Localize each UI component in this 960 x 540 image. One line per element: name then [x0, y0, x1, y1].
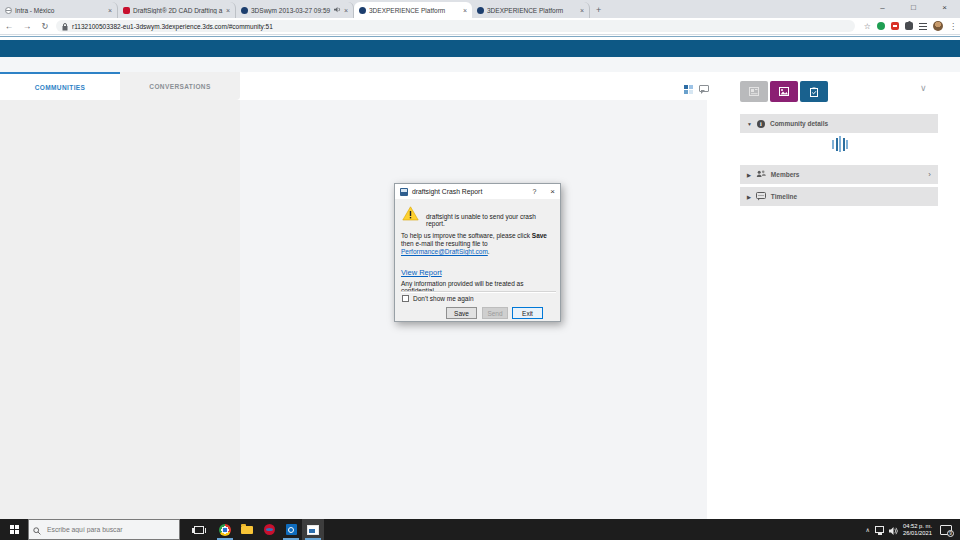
taskbar-explorer-icon[interactable] — [236, 519, 258, 540]
3ds-favicon — [359, 7, 366, 14]
new-tab-button[interactable]: + — [596, 5, 601, 15]
warning-icon — [402, 206, 419, 222]
tab-close-icon[interactable]: × — [108, 7, 112, 14]
3ds-favicon — [477, 7, 484, 14]
chat-bubble-icon[interactable] — [699, 85, 709, 92]
dialog-close-button[interactable]: × — [550, 187, 555, 196]
info-icon: i — [757, 120, 765, 128]
system-tray: ∧ 04:52 p. m. 26/01/2021 9 — [866, 521, 960, 539]
news-icon — [749, 87, 759, 96]
content-button[interactable] — [740, 81, 768, 102]
extensions-puzzle-icon[interactable] — [905, 22, 913, 30]
checkbox-label: Don't show me again — [413, 295, 474, 302]
globe-favicon — [5, 7, 12, 14]
dialog-separator — [401, 291, 556, 293]
tab-close-icon[interactable]: × — [344, 7, 348, 14]
taskbar-chrome-icon[interactable] — [214, 519, 236, 540]
dialog-title-bar[interactable]: draftsight Crash Report ? × — [395, 184, 560, 199]
help-button[interactable]: ? — [532, 188, 536, 195]
dont-show-again[interactable]: Don't show me again — [402, 295, 474, 302]
layout-grid-icon[interactable] — [684, 85, 693, 94]
3ds-favicon — [241, 7, 248, 14]
taskbar-crash-report-icon[interactable] — [302, 519, 324, 540]
clock-time: 04:52 p. m. — [903, 523, 932, 530]
loading-indicator — [832, 136, 848, 152]
tab-close-icon[interactable]: × — [226, 7, 230, 14]
taskbar-search[interactable] — [28, 519, 180, 540]
start-button[interactable] — [0, 519, 28, 540]
lock-icon — [62, 17, 68, 35]
members-chevron-right-icon[interactable]: › — [928, 170, 931, 179]
tab-close-icon[interactable]: × — [463, 7, 467, 14]
network-icon[interactable] — [875, 526, 884, 533]
dialog-message: draftsight is unable to send your crash … — [426, 213, 556, 227]
panel-community-details[interactable]: ▼ i Community details — [740, 114, 938, 133]
address-bar[interactable]: r1132100503382-eu1-3dswym.3dexperience.3… — [56, 20, 855, 32]
notification-center-icon[interactable]: 9 — [940, 525, 952, 535]
browser-toolbar: ← → ↻ r1132100503382-eu1-3dswym.3dexperi… — [0, 18, 960, 35]
dont-show-checkbox[interactable] — [402, 295, 409, 302]
notification-badge: 9 — [947, 530, 954, 537]
browser-tab-3dexperience-active[interactable]: 3DEXPERIENCE Platform × — [354, 2, 472, 18]
close-button[interactable]: × — [929, 0, 960, 18]
task-view-icon[interactable] — [194, 526, 204, 534]
taskbar-clock[interactable]: 04:52 p. m. 26/01/2021 — [903, 523, 932, 536]
maximize-button[interactable]: □ — [898, 0, 929, 18]
media-button[interactable] — [770, 81, 798, 102]
panel-members[interactable]: ▶ Members › — [740, 165, 938, 184]
profile-avatar[interactable] — [933, 21, 943, 31]
browser-tab-3dexperience[interactable]: 3DEXPERIENCE Platform × — [472, 2, 590, 18]
browser-menu-dots-icon[interactable]: ⋮ — [949, 22, 957, 31]
browser-tab-3dswym-media[interactable]: 3DSwym 2013-03-27 09:59 × — [236, 2, 354, 18]
tab-close-icon[interactable]: × — [580, 7, 584, 14]
volume-icon[interactable] — [889, 521, 898, 539]
body-text-end: . — [488, 248, 490, 255]
tab-title: 3DSwym 2013-03-27 09:59 — [251, 7, 331, 14]
clock-date: 26/01/2021 — [903, 530, 932, 537]
crash-report-dialog: draftsight Crash Report ? × draftsight i… — [394, 183, 561, 322]
tab-title: 3DEXPERIENCE Platform — [369, 7, 460, 14]
exit-button[interactable]: Exit — [512, 307, 543, 319]
tray-chevron-up-icon[interactable]: ∧ — [866, 526, 870, 533]
window-controls: – □ × — [867, 0, 960, 18]
triangle-expanded-icon[interactable]: ▼ — [747, 121, 752, 127]
triangle-collapsed-icon[interactable]: ▶ — [747, 172, 751, 178]
collapse-chevron-icon[interactable]: ∨ — [920, 83, 927, 93]
forward-icon[interactable]: → — [18, 21, 36, 31]
send-button: Send — [482, 307, 508, 319]
dialog-body-text: To help us improve the software, please … — [401, 232, 558, 256]
taskbar-draftsight-icon[interactable] — [258, 519, 280, 540]
search-icon — [33, 521, 41, 539]
tab-conversations[interactable]: CONVERSATIONS — [120, 72, 240, 100]
tab-communities[interactable]: COMMUNITIES — [0, 72, 120, 100]
body-text-pre: To help us improve the software, please … — [401, 232, 532, 239]
draftsight-app-icon — [400, 188, 408, 196]
tab-title: DraftSight® 2D CAD Drafting a — [133, 7, 223, 14]
site-subheader-bar — [0, 57, 960, 72]
bookmark-star-icon[interactable]: ☆ — [864, 22, 871, 31]
tab-communities-label: COMMUNITIES — [35, 84, 86, 91]
save-button[interactable]: Save — [446, 307, 477, 319]
view-report-link[interactable]: View Report — [401, 268, 442, 277]
triangle-collapsed-icon[interactable]: ▶ — [747, 194, 751, 200]
minimize-button[interactable]: – — [867, 0, 898, 18]
tab-title: Intra - México — [15, 7, 105, 14]
browser-tab-intra[interactable]: Intra - México × — [0, 2, 118, 18]
panel-community-details-label: Community details — [770, 120, 828, 127]
extension-green-icon[interactable] — [877, 22, 885, 30]
dialog-title: draftsight Crash Report — [412, 188, 528, 195]
email-link[interactable]: Performance@DraftSight.com — [401, 248, 488, 255]
tab-conversations-label: CONVERSATIONS — [149, 83, 210, 90]
search-input[interactable] — [45, 525, 165, 534]
reading-list-icon[interactable] — [919, 23, 927, 30]
taskbar-outlook-icon[interactable] — [280, 519, 302, 540]
reload-icon[interactable]: ↻ — [36, 21, 54, 31]
draftsight-favicon — [123, 7, 130, 14]
back-icon[interactable]: ← — [0, 21, 18, 31]
pdf-extension-icon[interactable] — [891, 22, 899, 30]
panel-members-label: Members — [771, 171, 800, 178]
browser-tab-draftsight[interactable]: DraftSight® 2D CAD Drafting a × — [118, 2, 236, 18]
audio-speaker-icon[interactable] — [334, 6, 341, 14]
panel-timeline[interactable]: ▶ Timeline — [740, 187, 938, 206]
tasks-button[interactable] — [800, 81, 828, 102]
